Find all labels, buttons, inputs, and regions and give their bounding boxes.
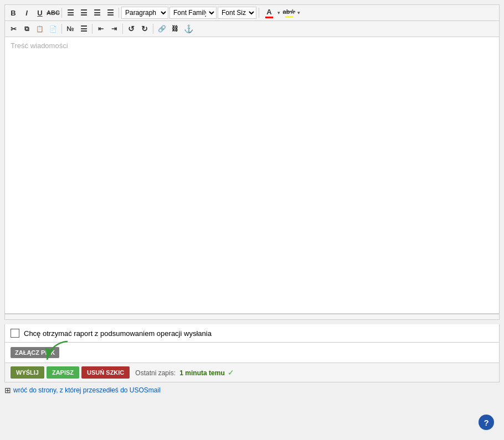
last-save-prefix: Ostatni zapis: xyxy=(135,369,176,377)
anchor-button[interactable]: ⚓ xyxy=(182,23,194,35)
strikethrough-button[interactable]: ABC xyxy=(47,7,59,19)
report-section: Chcę otrzymać raport z podsumowaniem ope… xyxy=(4,324,500,343)
editor-container: B I U ABC ☰ ☰ ☰ ☰ Paragraph Heading 1 He… xyxy=(4,4,500,320)
separator-4 xyxy=(61,24,62,34)
align-justify-button[interactable]: ☰ xyxy=(104,7,116,19)
copy-button[interactable]: ⧉ xyxy=(20,23,33,35)
paste-text-button[interactable]: 📄 xyxy=(47,23,59,35)
font-size-select[interactable]: Font Size 8 10 12 14 16 xyxy=(218,7,256,19)
toolbar-row-2: ✂ ⧉ 📋 📄 № ☰ ⇤ ⇥ ↺ ↻ 🔗 ⛓ ⚓ xyxy=(5,21,499,37)
separator-5 xyxy=(92,24,92,34)
editor-content-area[interactable]: Treść wiadomości xyxy=(5,37,499,314)
separator-2 xyxy=(119,8,119,18)
attach-section: ZAŁĄCZ PLIK xyxy=(4,343,500,363)
undo-button[interactable]: ↺ xyxy=(125,23,137,35)
decrease-indent-button[interactable]: ⇤ xyxy=(95,23,107,35)
footer: ⊞ wróć do strony, z której przeszedłeś d… xyxy=(4,386,500,395)
back-arrow-icon: ⊞ xyxy=(4,386,11,395)
align-left-button[interactable]: ☰ xyxy=(64,7,76,19)
delete-draft-button[interactable]: USUŃ SZKIC xyxy=(81,366,130,379)
unlink-button[interactable]: ⛓ xyxy=(169,23,181,35)
font-color-dropdown[interactable]: ▾ xyxy=(277,10,280,15)
last-save-text: Ostatni zapis: 1 minuta temu ✓ xyxy=(135,368,234,377)
report-label: Chcę otrzymać raport z podsumowaniem ope… xyxy=(24,329,212,338)
font-family-select[interactable]: Font Family Arial Times New Roman Courie… xyxy=(169,7,217,19)
ordered-list-button[interactable]: № xyxy=(64,23,76,35)
italic-button[interactable]: I xyxy=(20,7,33,19)
cut-button[interactable]: ✂ xyxy=(7,23,19,35)
separator-1 xyxy=(61,8,62,18)
separator-7 xyxy=(153,24,153,34)
help-button[interactable]: ? xyxy=(479,415,494,430)
highlight-dropdown[interactable]: ▾ xyxy=(297,10,300,15)
toolbar-row-1: B I U ABC ☰ ☰ ☰ ☰ Paragraph Heading 1 He… xyxy=(5,5,499,21)
link-button[interactable]: 🔗 xyxy=(156,23,168,35)
attach-file-button[interactable]: ZAŁĄCZ PLIK xyxy=(11,347,59,358)
unordered-list-button[interactable]: ☰ xyxy=(78,23,90,35)
help-icon: ? xyxy=(484,418,488,427)
increase-indent-button[interactable]: ⇥ xyxy=(108,23,120,35)
highlight-button[interactable]: ab☆ xyxy=(281,7,297,19)
underline-button[interactable]: U xyxy=(34,7,46,19)
editor-bottom-bar xyxy=(5,314,499,319)
paragraph-select[interactable]: Paragraph Heading 1 Heading 2 Heading 3 xyxy=(121,7,168,19)
actions-section: WYŚLIJ ZAPISZ USUŃ SZKIC Ostatni zapis: … xyxy=(4,363,500,382)
editor-placeholder: Treść wiadomości xyxy=(11,42,68,50)
paste-button[interactable]: 📋 xyxy=(34,23,46,35)
align-center-button[interactable]: ☰ xyxy=(78,7,90,19)
send-button[interactable]: WYŚLIJ xyxy=(11,366,44,379)
report-checkbox[interactable] xyxy=(11,329,19,338)
redo-button[interactable]: ↻ xyxy=(138,23,151,35)
back-link[interactable]: wróć do strony, z której przeszedłeś do … xyxy=(13,386,161,394)
save-checkmark: ✓ xyxy=(228,368,234,377)
align-right-button[interactable]: ☰ xyxy=(91,7,103,19)
font-color-button[interactable]: A xyxy=(261,7,277,19)
separator-3 xyxy=(259,8,259,18)
separator-6 xyxy=(122,24,123,34)
last-save-time: 1 minuta temu xyxy=(179,369,224,377)
bold-button[interactable]: B xyxy=(7,7,19,19)
save-button[interactable]: ZAPISZ xyxy=(47,366,79,379)
